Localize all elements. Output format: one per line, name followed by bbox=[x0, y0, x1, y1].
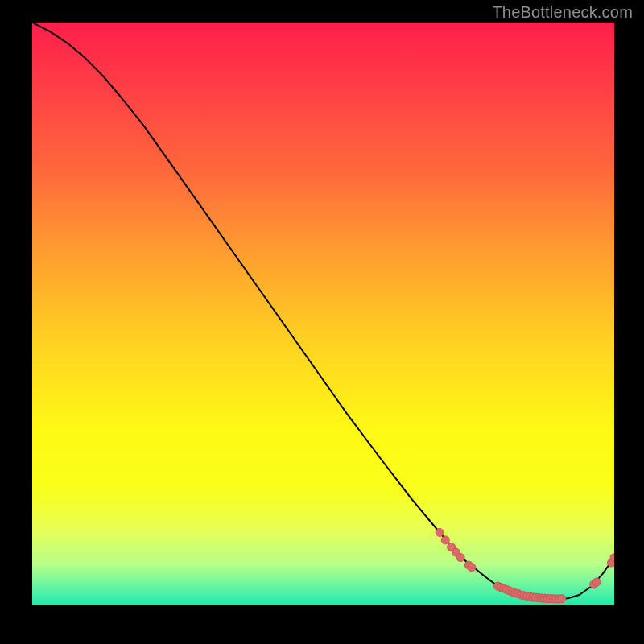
plot-area bbox=[32, 23, 614, 605]
data-marker bbox=[448, 543, 456, 551]
data-marker bbox=[497, 584, 505, 592]
data-marker bbox=[517, 591, 525, 599]
data-marker bbox=[543, 595, 551, 603]
data-marker bbox=[526, 592, 534, 601]
data-marker bbox=[520, 592, 528, 600]
data-marker bbox=[547, 595, 555, 603]
data-marker bbox=[509, 588, 517, 596]
data-marker bbox=[456, 554, 464, 562]
data-marker bbox=[535, 594, 543, 602]
data-marker bbox=[511, 589, 519, 597]
data-marker bbox=[592, 578, 601, 586]
data-marker bbox=[452, 548, 460, 556]
chart-stage: TheBottleneck.com bbox=[0, 0, 644, 644]
data-marker bbox=[506, 587, 514, 595]
data-marker bbox=[590, 580, 598, 588]
bottleneck-curve bbox=[32, 23, 614, 599]
data-marker bbox=[502, 586, 510, 594]
data-marker bbox=[549, 595, 557, 603]
data-marker bbox=[464, 561, 473, 569]
attribution-text: TheBottleneck.com bbox=[492, 3, 633, 22]
chart-svg bbox=[32, 23, 614, 605]
data-marker bbox=[607, 559, 614, 567]
data-marker bbox=[552, 595, 560, 603]
data-marker bbox=[558, 595, 566, 603]
data-marker bbox=[436, 529, 444, 537]
data-marker bbox=[540, 594, 548, 602]
data-marker bbox=[468, 564, 476, 572]
data-marker bbox=[531, 593, 539, 601]
data-marker bbox=[538, 594, 546, 602]
data-marker bbox=[493, 582, 502, 590]
data-marker bbox=[523, 592, 531, 600]
data-marker bbox=[514, 590, 522, 598]
data-marker bbox=[555, 595, 563, 603]
data-marker bbox=[610, 554, 614, 562]
data-marker bbox=[500, 584, 508, 592]
data-marker bbox=[529, 593, 537, 601]
data-marker bbox=[441, 536, 449, 544]
marker-layer bbox=[436, 529, 614, 603]
